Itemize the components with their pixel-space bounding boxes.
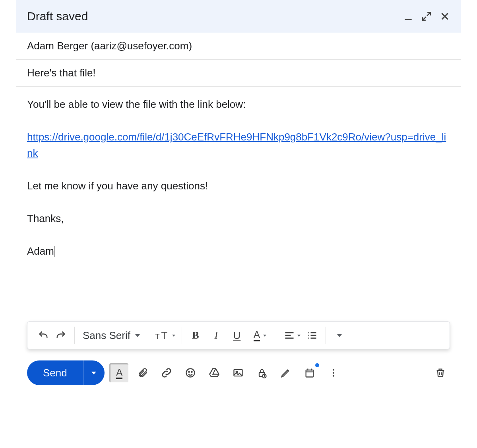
body-intro: You'll be able to view the file with the… bbox=[27, 96, 450, 112]
chevron-down-icon bbox=[91, 372, 96, 374]
insert-signature-button[interactable] bbox=[276, 363, 295, 382]
text-cursor bbox=[54, 246, 54, 257]
svg-point-13 bbox=[333, 375, 334, 376]
more-options-button[interactable] bbox=[324, 363, 343, 382]
chevron-down-icon bbox=[135, 334, 140, 337]
chevron-down-icon bbox=[172, 335, 175, 337]
recipient-text: Adam Berger (aariz@usefoyer.com) bbox=[27, 40, 192, 52]
notification-dot-icon bbox=[315, 363, 319, 367]
body-signoff-2: Adam bbox=[27, 245, 54, 257]
svg-text:T: T bbox=[161, 330, 167, 341]
svg-text:T: T bbox=[155, 332, 159, 341]
more-format-button[interactable] bbox=[331, 327, 348, 344]
svg-rect-0 bbox=[405, 19, 411, 20]
list-button[interactable] bbox=[303, 327, 321, 344]
compose-title: Draft saved bbox=[27, 10, 403, 23]
svg-point-3 bbox=[186, 369, 194, 377]
compose-window: Draft saved Adam Berger (aariz@usefoyer.… bbox=[16, 0, 461, 390]
insert-emoji-button[interactable] bbox=[181, 363, 200, 382]
font-name: Sans Serif bbox=[83, 329, 130, 342]
svg-point-5 bbox=[191, 372, 192, 372]
svg-rect-10 bbox=[306, 370, 313, 377]
redo-button[interactable] bbox=[52, 327, 70, 344]
send-button[interactable]: Send bbox=[27, 360, 83, 385]
font-select[interactable]: Sans Serif bbox=[80, 329, 143, 342]
minimize-icon[interactable] bbox=[403, 11, 413, 21]
compose-action-bar: Send A bbox=[16, 349, 461, 390]
confidential-mode-button[interactable] bbox=[252, 363, 271, 382]
align-button[interactable] bbox=[281, 327, 303, 344]
italic-button[interactable]: I bbox=[207, 327, 225, 344]
svg-point-12 bbox=[333, 372, 334, 374]
expand-icon[interactable] bbox=[421, 11, 432, 21]
send-label: Send bbox=[43, 367, 67, 379]
discard-draft-button[interactable] bbox=[431, 363, 450, 382]
compose-header: Draft saved bbox=[16, 0, 461, 33]
insert-link-button[interactable] bbox=[157, 363, 176, 382]
format-toolbar: Sans Serif T T B I U A bbox=[27, 321, 450, 349]
underline-button[interactable]: U bbox=[228, 327, 246, 344]
subject-text: Here's that file! bbox=[27, 67, 96, 79]
chevron-down-icon bbox=[297, 335, 301, 337]
attach-file-button[interactable] bbox=[133, 363, 152, 382]
body-signoff-1: Thanks, bbox=[27, 210, 450, 226]
chevron-down-icon bbox=[263, 335, 266, 337]
bold-button[interactable]: B bbox=[187, 327, 204, 344]
undo-button[interactable] bbox=[35, 327, 52, 344]
body-link[interactable]: https://drive.google.com/file/d/1j30CeEf… bbox=[27, 131, 446, 159]
toggle-format-button[interactable]: A bbox=[109, 363, 128, 382]
send-button-group: Send bbox=[27, 360, 105, 385]
body-editor[interactable]: You'll be able to view the file with the… bbox=[16, 87, 461, 310]
send-options-button[interactable] bbox=[83, 360, 105, 385]
insert-image-button[interactable] bbox=[229, 363, 248, 382]
svg-point-11 bbox=[333, 369, 334, 370]
window-controls bbox=[403, 11, 450, 21]
recipient-field[interactable]: Adam Berger (aariz@usefoyer.com) bbox=[16, 33, 461, 60]
chevron-down-icon bbox=[337, 334, 342, 337]
subject-field[interactable]: Here's that file! bbox=[16, 60, 461, 87]
svg-point-4 bbox=[188, 372, 189, 372]
close-icon[interactable] bbox=[440, 11, 450, 21]
body-outro: Let me know if you have any questions! bbox=[27, 178, 450, 194]
font-size-button[interactable]: T T bbox=[153, 327, 177, 344]
insert-drive-button[interactable] bbox=[205, 363, 224, 382]
text-color-button[interactable]: A bbox=[249, 327, 271, 344]
schedule-button[interactable] bbox=[300, 363, 319, 382]
